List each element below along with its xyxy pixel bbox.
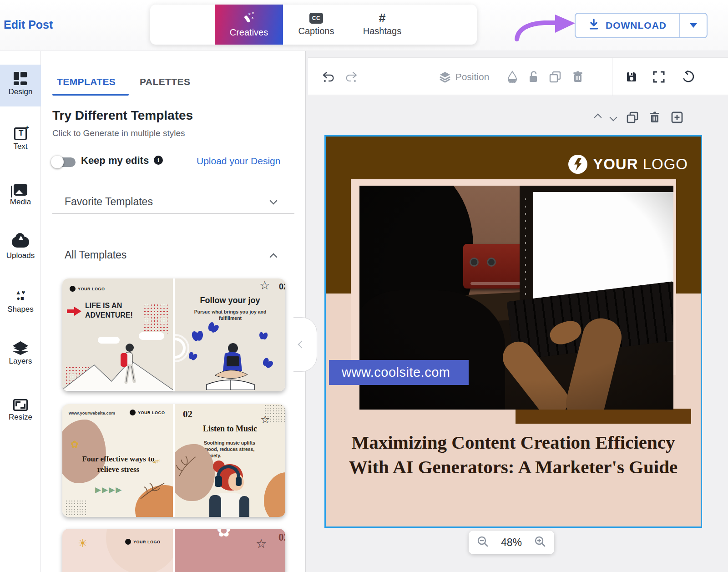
sidebar-item-layers[interactable]: Layers [0, 334, 41, 376]
lightning-bolt-icon [568, 155, 587, 174]
edit-post-link[interactable]: Edit Post [4, 18, 53, 31]
move-up-icon[interactable] [594, 114, 602, 121]
template3-right: ✿ ☆ 02 [175, 529, 285, 572]
upload-design-link[interactable]: Upload your Design [197, 156, 280, 167]
design-canvas[interactable]: YOUR LOGO [324, 135, 702, 528]
sidebar-item-label: Shapes [0, 305, 41, 314]
zoom-out-button[interactable] [477, 536, 489, 549]
download-main[interactable]: DOWNLOAD [576, 14, 679, 37]
template-number: 02 [183, 409, 192, 420]
undo-button[interactable] [318, 58, 339, 96]
tab-creatives[interactable]: x x x Creatives [215, 5, 283, 45]
section-divider [52, 213, 294, 214]
website-banner: www.coolsite.com [329, 360, 469, 385]
download-button[interactable]: DOWNLOAD [575, 13, 708, 38]
tab-templates[interactable]: TEMPLATES [57, 76, 116, 87]
zoom-control: 48% [469, 531, 554, 554]
sidebar-item-design[interactable]: Design [0, 65, 41, 106]
main-area: Design Text Media Uploads ▲♥●■ Shapes La… [0, 51, 728, 572]
color-droplet-button[interactable] [503, 58, 522, 96]
sun-icon: ☀ [78, 537, 88, 550]
svg-text:x: x [252, 16, 253, 19]
mode-tab-bar: x x x Creatives CC Captions # Hashtags [150, 5, 477, 45]
hiker-illustration [116, 342, 143, 390]
leaf-illustration [176, 453, 200, 479]
tab-hashtags[interactable]: # Hashtags [350, 5, 414, 45]
zoom-level: 48% [501, 537, 522, 549]
resize-icon [0, 390, 41, 411]
position-button[interactable]: Position [435, 58, 494, 96]
template-logo: YOUR LOGO [130, 410, 165, 415]
captions-icon: CC [309, 13, 323, 24]
position-label: Position [455, 71, 490, 82]
sidebar-item-shapes[interactable]: ▲♥●■ Shapes [0, 282, 41, 324]
favorites-section-header[interactable]: Favorite Templates [65, 196, 153, 208]
design-title-line1: Maximizing Content Creation Efficiency [326, 431, 701, 453]
save-button[interactable] [621, 58, 642, 96]
flower-icon: ✿ [217, 529, 231, 541]
duplicate-button[interactable] [546, 58, 565, 96]
annotation-arrow [510, 12, 578, 42]
chevron-down-icon[interactable] [270, 197, 278, 205]
cloud-shape [139, 332, 164, 340]
sidebar-item-media[interactable]: Media [0, 175, 41, 217]
zoom-in-button[interactable] [534, 536, 546, 549]
template-thumbnail-2[interactable]: www.yourwebsite.com YOUR LOGO ✿ ◂▿▫ Four… [62, 404, 285, 517]
svg-text:x: x [252, 11, 254, 15]
sidebar-item-label: Media [0, 197, 41, 207]
template-heading: Follow your joy [175, 296, 285, 305]
hashtag-icon: # [379, 13, 385, 24]
sidebar-item-label: Design [0, 87, 41, 96]
all-templates-section-header[interactable]: All Templates [65, 249, 126, 261]
fullscreen-button[interactable] [648, 58, 669, 96]
dot-pattern [65, 500, 88, 515]
circle-shape [106, 529, 173, 572]
tab-creatives-label: Creatives [230, 27, 268, 38]
star-icon: ☆ [259, 279, 270, 291]
duplicate-page-icon[interactable] [626, 111, 639, 124]
template-heading: Listen to Music [203, 424, 285, 434]
sidebar-item-uploads[interactable]: Uploads [0, 228, 41, 270]
sidebar-item-text[interactable]: Text [0, 119, 41, 161]
reader-butterflies-illustration [179, 322, 282, 390]
template-heading: Four effective ways to relieve stress [75, 454, 162, 475]
delete-button[interactable] [568, 58, 587, 96]
cloud-upload-icon [0, 228, 41, 249]
chevron-up-icon[interactable] [270, 253, 278, 261]
template1-right: ☆ 02 Follow your joy Pursue what brings … [175, 278, 285, 391]
keep-edits-toggle[interactable] [51, 156, 64, 168]
design-grid-icon [0, 65, 41, 86]
move-down-icon[interactable] [610, 114, 617, 121]
svg-text:x: x [248, 12, 251, 16]
sidebar-item-resize[interactable]: Resize [0, 390, 41, 432]
info-icon[interactable]: i [154, 156, 163, 165]
tab-captions[interactable]: CC Captions [287, 5, 346, 45]
tab-captions-label: Captions [298, 26, 334, 36]
tab-hashtags-label: Hashtags [363, 26, 402, 36]
template3-left: ☀ YOUR LOGO [62, 529, 173, 572]
favorites-label: Favorite Templates [65, 196, 153, 208]
layers-icon [0, 334, 41, 355]
template-thumbnail-3[interactable]: ☀ YOUR LOGO ✿ ☆ 02 [62, 529, 285, 572]
delete-page-icon[interactable] [649, 111, 661, 124]
tab-palettes[interactable]: PALETTES [140, 76, 190, 87]
chevron-left-icon [298, 341, 306, 349]
reset-button[interactable] [677, 58, 698, 96]
template-thumbnail-1[interactable]: YOUR LOGO LIFE IS AN ADVENTURE! [62, 278, 285, 391]
add-page-icon[interactable] [671, 111, 683, 124]
active-tab-underline [52, 94, 129, 96]
sidebar-item-label: Layers [0, 357, 41, 366]
position-layers-icon [439, 71, 451, 83]
photo-accent-rect [516, 409, 691, 424]
template2-left: www.yourwebsite.com YOUR LOGO ✿ ◂▿▫ Four… [62, 404, 173, 517]
dot-pattern [143, 304, 169, 334]
template-subtext: Soothing music uplifts mood, reduces str… [204, 440, 268, 459]
panel-collapse-handle[interactable] [293, 317, 317, 372]
download-icon [588, 19, 599, 32]
top-bar: Edit Post x x x Creatives CC Captions # … [0, 0, 728, 51]
download-dropdown-button[interactable] [680, 14, 707, 37]
redo-button[interactable] [341, 58, 362, 96]
panel-heading: Try Different Templates [52, 108, 193, 123]
template-logo: YOUR LOGO [125, 539, 161, 545]
unlock-button[interactable] [524, 58, 543, 96]
